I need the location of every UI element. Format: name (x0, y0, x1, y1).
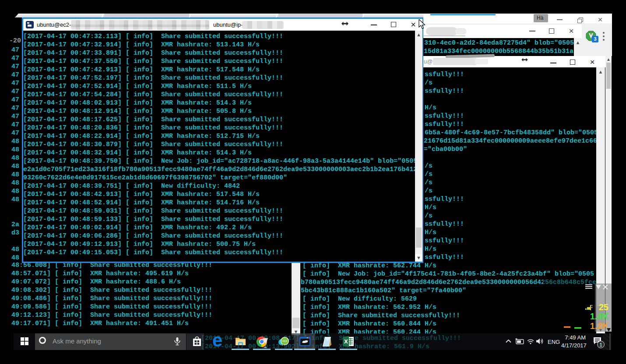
svg-text:X: X (344, 338, 348, 345)
